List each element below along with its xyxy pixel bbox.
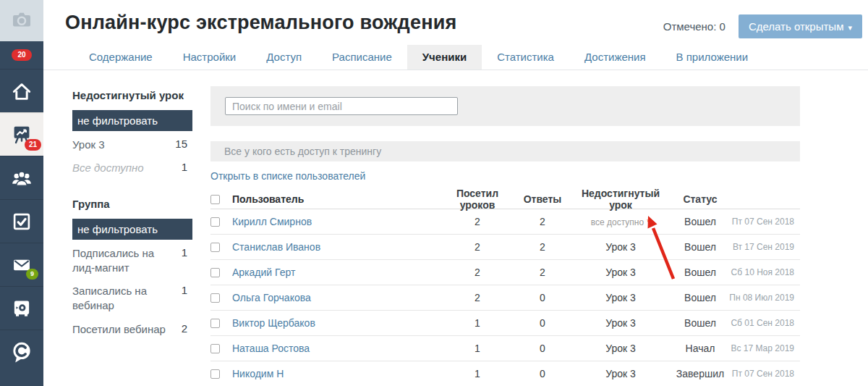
sidebar-item-getcourse[interactable]: [0, 330, 43, 373]
user-link[interactable]: Аркадий Герт: [232, 267, 295, 278]
make-open-button[interactable]: Сделать открытым▾: [739, 14, 862, 38]
open-in-users-link[interactable]: Открыть в списке пользователей: [210, 170, 365, 182]
tab-schedule[interactable]: Расписание: [317, 45, 407, 70]
filter-count: 1: [182, 161, 187, 173]
user-link[interactable]: Никодим Н: [232, 368, 284, 379]
annotation-asterisk: *: [647, 217, 650, 227]
col-lesson: Недостигнутый урок: [569, 188, 672, 211]
page: 20 21: [0, 0, 868, 386]
user-link[interactable]: Кирилл Смирнов: [232, 216, 312, 227]
lesson-cell: Урок 3: [569, 267, 672, 278]
date-cell: Пт 07 Сен 2018: [728, 369, 800, 379]
answers-count: 0: [516, 368, 569, 379]
filters-panel: Недостигнутый урок не фильтровать Урок 3…: [72, 86, 192, 386]
filter-lesson-3[interactable]: Урок 3 15: [72, 133, 192, 156]
tab-access[interactable]: Доступ: [251, 45, 317, 70]
search-input[interactable]: [225, 97, 458, 115]
lesson-cell: Урок 3: [569, 343, 672, 354]
table-row: Кирилл Смирнов 2 2 все доступно* Вошел П…: [210, 209, 800, 235]
col-answers: Ответы: [516, 193, 569, 205]
filter-label: Урок 3: [72, 138, 105, 152]
trainings-badge: 21: [25, 139, 41, 151]
select-all-checkbox[interactable]: [210, 195, 220, 204]
filter-count: 15: [175, 138, 187, 150]
tab-in-app[interactable]: В приложении: [661, 45, 764, 70]
header-actions: Отмечено: 0 Сделать открытым▾: [663, 14, 862, 38]
row-checkbox[interactable]: [210, 217, 220, 227]
table-row: Ольга Горчакова 2 0 Урок 3 Вошел Пн 08 И…: [210, 285, 800, 311]
filter-group-title: Группа: [72, 198, 192, 210]
marked-counter: Отмечено: 0: [663, 20, 726, 33]
answers-count: 2: [516, 267, 569, 278]
tab-settings[interactable]: Настройки: [168, 45, 252, 70]
date-cell: Вт 17 Сен 2019: [728, 242, 800, 252]
table-header: Пользователь Посетил уроков Ответы Недос…: [210, 189, 800, 209]
content: Недостигнутый урок не фильтровать Урок 3…: [43, 70, 868, 386]
date-cell: Пт 07 Сен 2018: [728, 217, 800, 227]
answers-count: 2: [516, 216, 569, 227]
page-title: Онлайн-курс экстремального вождения: [65, 12, 663, 34]
status-cell: Вошел: [672, 216, 728, 227]
col-status: Статус: [672, 193, 728, 205]
sidebar-item-mail[interactable]: 9: [0, 243, 43, 286]
sidebar-item-users[interactable]: [0, 156, 43, 199]
row-checkbox[interactable]: [210, 293, 220, 303]
filter-label: Посетили вебинар: [72, 322, 166, 337]
lesson-cell: Урок 3: [569, 368, 672, 379]
page-header: Онлайн-курс экстремального вождения Отме…: [43, 0, 868, 38]
row-checkbox[interactable]: [210, 319, 220, 328]
filter-label: Все доступно: [72, 161, 144, 175]
tab-contents[interactable]: Содержание: [74, 45, 168, 70]
visited-count: 2: [439, 292, 516, 303]
status-cell: Вошел: [672, 317, 728, 329]
spacer: [210, 126, 800, 141]
filter-lesson-title: Недостигнутый урок: [72, 89, 192, 101]
sidebar-item-home[interactable]: [0, 69, 43, 112]
status-cell: Начал: [672, 343, 728, 354]
user-link[interactable]: Наташа Ростова: [232, 343, 310, 354]
sidebar-item-payments[interactable]: [0, 286, 43, 330]
sidebar-item-tasks[interactable]: [0, 199, 43, 243]
answers-count: 0: [516, 292, 569, 303]
user-link[interactable]: Ольга Горчакова: [232, 292, 311, 303]
filter-group-webinar-signup[interactable]: Записались на вебинар 1: [72, 280, 192, 318]
table-row: Аркадий Герт 2 2 Урок 3 Вошел Сб 10 Ноя …: [210, 260, 800, 285]
lesson-cell: все доступно*: [569, 217, 672, 227]
status-cell: Вошел: [672, 292, 728, 303]
row-checkbox[interactable]: [210, 268, 220, 277]
visited-count: 2: [439, 216, 516, 227]
filter-lesson-no-filter[interactable]: не фильтровать: [72, 110, 192, 131]
user-link[interactable]: Станислав Иванов: [232, 241, 320, 253]
filter-group-leadmagnet[interactable]: Подписались на лид-магнит 1: [72, 242, 192, 280]
filter-group-webinar-visited[interactable]: Посетили вебинар 2: [72, 318, 192, 341]
filter-count: 2: [182, 322, 187, 335]
tab-statistics[interactable]: Статистика: [482, 45, 569, 70]
lesson-cell: Урок 3: [569, 292, 672, 303]
col-visited: Посетил уроков: [439, 188, 516, 211]
checkbox-icon: [10, 210, 33, 233]
sidebar-item-trainings[interactable]: 21: [0, 112, 43, 156]
date-cell: Пн 08 Июл 2019: [728, 293, 800, 303]
filter-group-no-filter[interactable]: не фильтровать: [72, 219, 192, 240]
visited-count: 2: [439, 241, 516, 253]
tab-achievements[interactable]: Достижения: [569, 45, 661, 70]
account-avatar[interactable]: [0, 0, 43, 41]
date-cell: Вс 17 Мар 2019: [728, 343, 800, 353]
row-checkbox[interactable]: [210, 344, 220, 353]
row-checkbox[interactable]: [210, 243, 220, 252]
filter-label: Подписались на лид-магнит: [72, 246, 166, 276]
filter-all-available[interactable]: Все доступно 1: [72, 156, 192, 180]
row-checkbox[interactable]: [210, 369, 220, 379]
tab-students[interactable]: Ученики: [407, 45, 482, 70]
chat-logo-icon: [9, 340, 34, 364]
filter-count: 1: [182, 246, 187, 259]
lesson-cell: Урок 3: [569, 317, 672, 329]
home-icon: [10, 80, 33, 103]
notifications-area[interactable]: 20: [0, 41, 43, 69]
lesson-cell: Урок 3: [569, 241, 672, 253]
date-cell: Сб 10 Ноя 2018: [728, 267, 800, 277]
user-link[interactable]: Виктор Щербаков: [232, 317, 315, 329]
status-cell: Вошел: [672, 267, 728, 278]
answers-count: 0: [516, 343, 569, 354]
course-tabs: Содержание Настройки Доступ Расписание У…: [43, 45, 868, 70]
